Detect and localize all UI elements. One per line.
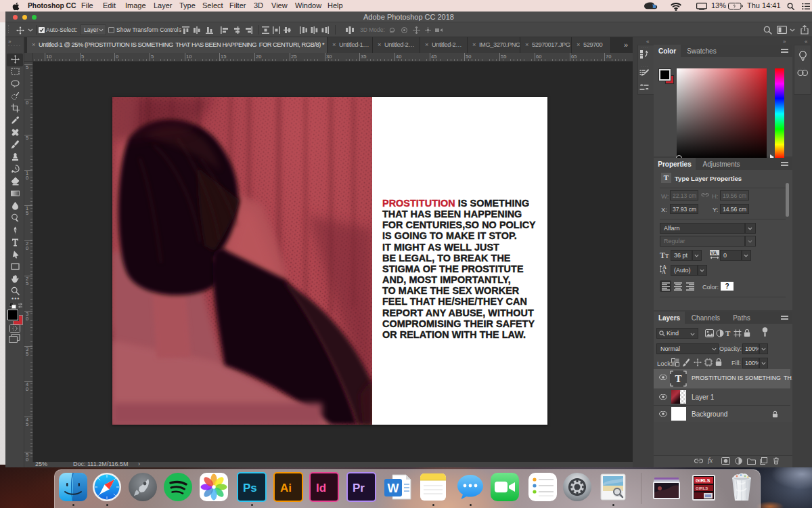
svg-text:A: A (662, 269, 666, 274)
svg-text:GIRLS: GIRLS (696, 478, 710, 483)
svg-text:VA: VA (710, 251, 717, 255)
svg-text:W: W (388, 482, 399, 495)
svg-text:Id: Id (316, 482, 326, 494)
svg-text:Pr: Pr (353, 482, 365, 494)
svg-text:GIRLS: GIRLS (696, 486, 708, 490)
svg-text:Ai: Ai (280, 482, 292, 494)
svg-text:Ps: Ps (243, 482, 257, 494)
